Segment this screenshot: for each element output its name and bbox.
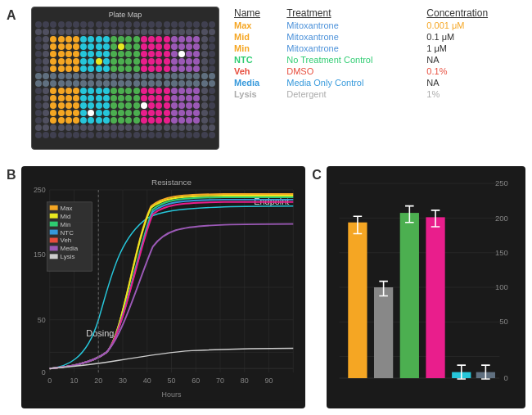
plate-well [178,117,185,124]
plate-well [148,21,155,28]
svg-text:70: 70 [216,377,224,385]
plate-well [171,124,178,131]
section-c-label: C [312,166,327,408]
plate-well [156,58,162,65]
plate-well [43,88,49,94]
plate-well [65,80,72,87]
plate-well [35,110,42,116]
plate-well [118,102,124,109]
plate-well [209,110,215,116]
svg-text:100: 100 [495,282,508,291]
plate-well [58,29,65,35]
plate-well [96,65,102,72]
svg-text:50: 50 [38,316,46,324]
plate-well [133,110,140,116]
plate-well [148,29,155,35]
plate-well [164,36,170,43]
plate-well [43,21,49,28]
legend-table: Name Treatment Concentration MaxMitoxant… [229,7,525,158]
plate-well [118,80,124,87]
legend-concentration: 0.1% [422,65,525,77]
plate-well [88,80,94,87]
svg-text:200: 200 [495,214,508,223]
plate-well [110,21,117,28]
plate-well [73,51,79,57]
plate-well [125,36,132,43]
plate-well [43,110,49,116]
plate-well [65,65,72,72]
plate-well [164,43,170,50]
plate-well [65,110,72,116]
plate-well [43,29,49,35]
plate-well [65,124,72,131]
svg-text:150: 150 [34,250,46,259]
plate-well [125,95,132,101]
plate-well [88,29,94,35]
svg-text:0: 0 [47,377,52,385]
plate-well [164,95,170,101]
plate-well [125,21,132,28]
plate-well [178,110,185,116]
plate-well [73,29,79,35]
plate-well [35,36,42,43]
plate-well [50,21,56,28]
plate-well [103,132,110,138]
plate-well [186,51,192,57]
legend-row: VehDMSO0.1% [229,65,525,77]
plate-well [125,73,132,79]
plate-well [186,21,192,28]
svg-rect-71 [374,287,393,378]
plate-well [118,110,124,116]
plate-well [118,88,124,94]
plate-well [88,88,94,94]
plate-well [178,102,185,109]
plate-well [35,51,42,57]
plate-well [110,110,117,116]
plate-well [201,43,208,50]
plate-well [209,51,215,57]
plate-well [171,43,178,50]
plate-well [193,124,200,131]
plate-well [209,88,215,94]
plate-well [80,110,87,116]
plate-well [103,80,110,87]
plate-well [171,88,178,94]
svg-rect-42 [50,222,58,227]
plate-well [171,110,178,116]
plate-well [148,95,155,101]
plate-well [178,58,185,65]
svg-text:Mid: Mid [61,213,71,220]
plate-well [133,21,140,28]
plate-well [186,43,192,50]
plate-well [156,43,162,50]
plate-well [80,88,87,94]
plate-well [58,21,65,28]
legend-row: MaxMitoxantrone0.001 μM [229,20,525,31]
plate-well [156,117,162,124]
plate-well [35,65,42,72]
plate-well [73,132,79,138]
plate-well [148,110,155,116]
plate-well [133,29,140,35]
plate-well [110,95,117,101]
plate-well [50,102,56,109]
plate-well [141,88,147,94]
plate-well [193,65,200,72]
legend-row: MediaMedia Only ControlNA [229,77,525,88]
plate-well [80,43,87,50]
plate-well [171,29,178,35]
plate-well [35,117,42,124]
plate-well [80,102,87,109]
svg-text:NTC: NTC [61,229,74,237]
plate-well [43,132,49,138]
plate-well [88,51,94,57]
plate-well [164,117,170,124]
plate-well [141,124,147,131]
svg-text:60: 60 [192,377,200,385]
plate-well [193,58,200,65]
legend-treatment: Detergent [282,88,422,100]
plate-well [193,102,200,109]
plate-well [118,73,124,79]
plate-well [186,132,192,138]
plate-well [110,80,117,87]
